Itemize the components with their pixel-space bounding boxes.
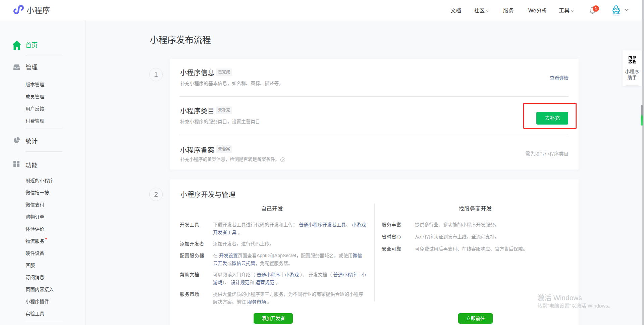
svg-text:be kochakr: be kochakr <box>613 14 619 16</box>
